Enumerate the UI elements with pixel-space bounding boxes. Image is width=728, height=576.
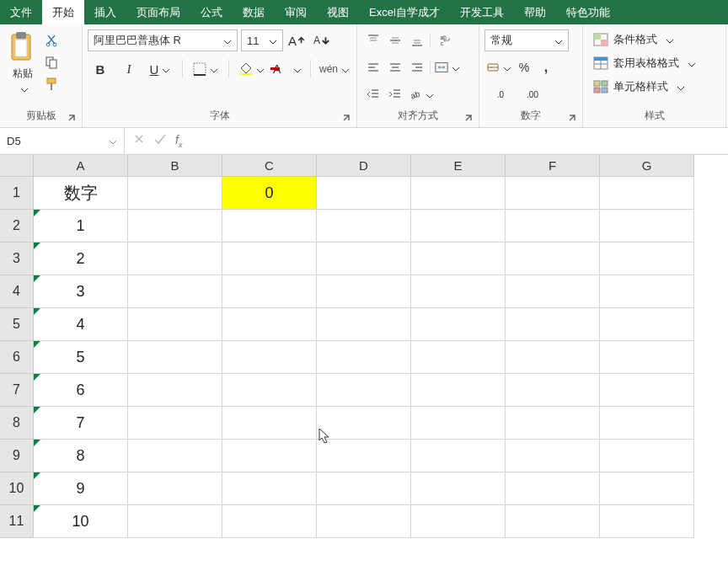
decrease-decimal-button[interactable]: .00: [518, 85, 547, 104]
cell[interactable]: [222, 440, 317, 472]
cell[interactable]: [128, 210, 222, 243]
cell[interactable]: [411, 243, 506, 275]
dialog-launcher-icon[interactable]: [567, 113, 579, 125]
cell[interactable]: [506, 243, 600, 275]
dialog-launcher-icon[interactable]: [341, 113, 353, 125]
cell[interactable]: [411, 308, 506, 341]
cell[interactable]: [600, 275, 694, 308]
cell[interactable]: [600, 472, 694, 505]
cell[interactable]: 1: [34, 210, 128, 243]
cell[interactable]: 6: [34, 374, 128, 407]
align-middle-button[interactable]: [386, 31, 404, 50]
cell[interactable]: [600, 243, 694, 275]
cell[interactable]: [222, 472, 317, 505]
cell[interactable]: [317, 505, 411, 538]
font-family-combo[interactable]: 阿里巴巴普惠体 R: [88, 29, 238, 51]
decrease-font-button[interactable]: A: [313, 31, 332, 50]
align-left-button[interactable]: [364, 58, 383, 77]
cell[interactable]: [506, 275, 600, 308]
cell[interactable]: [411, 177, 506, 210]
cell-styles-button[interactable]: 单元格样式: [588, 77, 720, 97]
cell[interactable]: [411, 210, 506, 243]
cell[interactable]: [600, 177, 694, 210]
tab-特色功能[interactable]: 特色功能: [556, 0, 620, 24]
font-color-button[interactable]: A: [273, 60, 302, 78]
cell[interactable]: 数字: [34, 177, 128, 210]
row-header[interactable]: 9: [0, 440, 34, 472]
font-size-combo[interactable]: 11: [241, 29, 283, 51]
cell[interactable]: [317, 341, 411, 374]
cell[interactable]: [128, 177, 222, 210]
tab-公式[interactable]: 公式: [190, 0, 233, 24]
copy-button[interactable]: [42, 53, 61, 72]
cell[interactable]: [222, 308, 317, 341]
column-header-D[interactable]: D: [317, 155, 411, 177]
cell[interactable]: 2: [34, 243, 128, 275]
tab-开始[interactable]: 开始: [42, 0, 84, 24]
increase-font-button[interactable]: A: [288, 31, 307, 50]
cell[interactable]: [506, 505, 600, 538]
cell[interactable]: [506, 210, 600, 243]
tab-审阅[interactable]: 审阅: [275, 0, 317, 24]
cell[interactable]: [317, 243, 411, 275]
cell[interactable]: [222, 341, 317, 374]
cell[interactable]: 4: [34, 308, 128, 341]
cell[interactable]: [128, 308, 222, 341]
tab-数据[interactable]: 数据: [233, 0, 275, 24]
cell[interactable]: [317, 472, 411, 505]
row-header[interactable]: 10: [0, 472, 34, 505]
cell[interactable]: [600, 308, 694, 341]
column-header-G[interactable]: G: [600, 155, 694, 177]
cut-button[interactable]: [42, 31, 61, 50]
wrap-text-button[interactable]: abc: [434, 31, 459, 50]
number-format-combo[interactable]: 常规: [484, 29, 569, 51]
cell[interactable]: [411, 440, 506, 472]
align-right-button[interactable]: [408, 58, 426, 77]
cell[interactable]: [317, 440, 411, 472]
row-header[interactable]: 7: [0, 374, 34, 407]
cell[interactable]: [506, 374, 600, 407]
cell[interactable]: [128, 407, 222, 440]
cell[interactable]: [600, 210, 694, 243]
tab-Excel自学成才[interactable]: Excel自学成才: [359, 0, 450, 24]
dialog-launcher-icon[interactable]: [463, 113, 475, 125]
cell[interactable]: 0: [222, 177, 317, 210]
increase-decimal-button[interactable]: .0: [486, 85, 515, 104]
cell[interactable]: [128, 275, 222, 308]
fill-color-button[interactable]: [238, 60, 266, 78]
cell[interactable]: 7: [34, 407, 128, 440]
cell[interactable]: [317, 210, 411, 243]
phonetic-guide-button[interactable]: wén: [319, 60, 350, 78]
cell[interactable]: [411, 505, 506, 538]
tab-帮助[interactable]: 帮助: [514, 0, 556, 24]
name-box[interactable]: D5: [0, 128, 125, 154]
row-header[interactable]: 2: [0, 210, 34, 243]
column-header-A[interactable]: A: [34, 155, 128, 177]
cell[interactable]: 10: [34, 505, 128, 538]
cell[interactable]: [222, 243, 317, 275]
underline-button[interactable]: U: [147, 60, 174, 78]
cell[interactable]: [317, 275, 411, 308]
cell[interactable]: [600, 440, 694, 472]
row-header[interactable]: 11: [0, 505, 34, 538]
cell[interactable]: [411, 407, 506, 440]
column-header-F[interactable]: F: [506, 155, 600, 177]
tab-页面布局[interactable]: 页面布局: [126, 0, 190, 24]
conditional-formatting-button[interactable]: 条件格式: [588, 29, 720, 50]
tab-文件[interactable]: 文件: [0, 0, 42, 24]
cell[interactable]: [128, 472, 222, 505]
cell[interactable]: [506, 407, 600, 440]
percent-button[interactable]: %: [515, 58, 533, 77]
row-header[interactable]: 1: [0, 177, 34, 210]
cell[interactable]: [128, 341, 222, 374]
tab-视图[interactable]: 视图: [317, 0, 359, 24]
accounting-format-button[interactable]: [486, 58, 511, 77]
column-header-C[interactable]: C: [222, 155, 317, 177]
comma-button[interactable]: ,: [537, 58, 555, 77]
cell[interactable]: [317, 177, 411, 210]
column-header-E[interactable]: E: [411, 155, 506, 177]
cell[interactable]: [600, 341, 694, 374]
decrease-indent-button[interactable]: [364, 85, 383, 104]
cell[interactable]: [506, 440, 600, 472]
row-header[interactable]: 5: [0, 308, 34, 341]
